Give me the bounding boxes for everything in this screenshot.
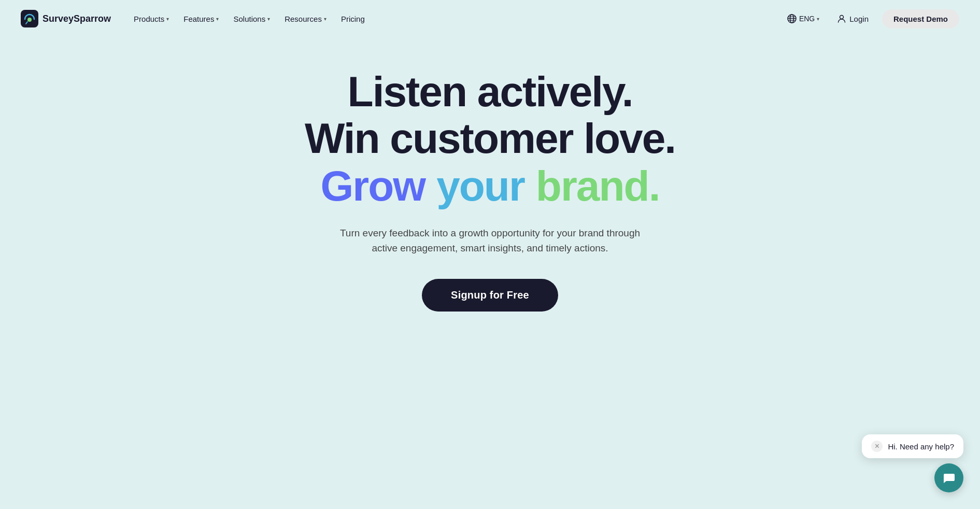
lang-label: ENG [799, 15, 815, 23]
chevron-down-icon: ▾ [267, 16, 270, 22]
chat-bubble-text: Hi. Need any help? [888, 442, 954, 451]
nav-features[interactable]: Features ▾ [177, 10, 225, 27]
nav-products[interactable]: Products ▾ [127, 10, 175, 27]
logo-icon [21, 10, 38, 27]
globe-icon [787, 13, 797, 24]
chevron-down-icon: ▾ [216, 16, 219, 22]
nav-right: ENG ▾ Login Request Demo [783, 9, 959, 29]
hero-section: Listen actively. Win customer love. Grow… [0, 37, 980, 353]
user-icon [837, 14, 846, 23]
hero-brand-text: brand. [536, 162, 660, 210]
hero-grow-text: Grow [321, 162, 425, 210]
nav-solutions[interactable]: Solutions ▾ [227, 10, 276, 27]
lang-chevron-icon: ▾ [817, 16, 819, 22]
hero-title-line2: Win customer love. [305, 115, 675, 162]
close-icon[interactable]: × [871, 441, 883, 452]
hero-title-line3: Grow your brand. [321, 162, 660, 210]
chat-widget: × Hi. Need any help? [862, 434, 963, 492]
login-button[interactable]: Login [832, 11, 874, 26]
logo[interactable]: SurveySparrow [21, 10, 111, 27]
navbar: SurveySparrow Products ▾ Features ▾ Solu… [0, 0, 980, 37]
nav-left: SurveySparrow Products ▾ Features ▾ Solu… [21, 10, 371, 27]
nav-links: Products ▾ Features ▾ Solutions ▾ Resour… [127, 10, 371, 27]
chat-icon [942, 471, 956, 485]
nav-resources[interactable]: Resources ▾ [278, 10, 333, 27]
chat-bubble: × Hi. Need any help? [862, 434, 963, 458]
logo-text: SurveySparrow [42, 13, 111, 24]
signup-button[interactable]: Signup for Free [422, 279, 558, 312]
request-demo-button[interactable]: Request Demo [882, 9, 959, 29]
hero-title-line1: Listen actively. [348, 68, 633, 115]
hero-subtitle: Turn every feedback into a growth opport… [340, 225, 640, 256]
chevron-down-icon: ▾ [166, 16, 169, 22]
hero-your-text: your [436, 162, 524, 210]
language-selector[interactable]: ENG ▾ [783, 10, 823, 27]
chevron-down-icon: ▾ [324, 16, 326, 22]
svg-point-7 [840, 16, 844, 19]
svg-point-1 [27, 18, 32, 22]
chat-open-button[interactable] [934, 463, 963, 492]
nav-pricing[interactable]: Pricing [335, 10, 371, 27]
